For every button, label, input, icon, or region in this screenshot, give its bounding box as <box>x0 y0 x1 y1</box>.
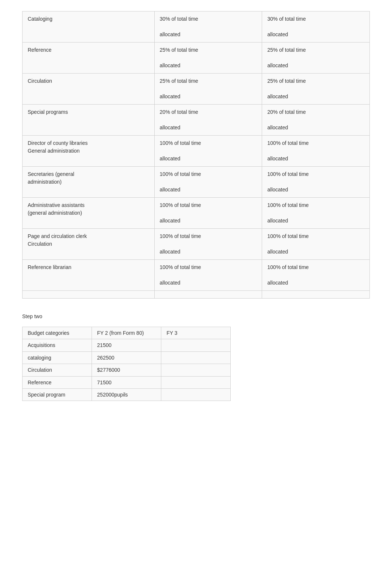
budget-cell: $2776000 <box>92 364 161 376</box>
table-cell: 25% of total timeallocated <box>154 42 262 74</box>
table-cell: 100% of total timeallocated <box>262 229 370 260</box>
budget-header-cell: FY 2 (from Form 80) <box>92 327 161 339</box>
table-cell: 30% of total timeallocated <box>154 11 262 42</box>
table-cell: Cataloging <box>23 11 155 42</box>
budget-table: Budget categoriesFY 2 (from Form 80)FY 3… <box>22 327 231 401</box>
table-cell <box>23 291 155 299</box>
table-cell: Reference librarian <box>23 260 155 291</box>
table-cell <box>154 291 262 299</box>
table-cell: 25% of total timeallocated <box>262 42 370 74</box>
table-cell: 20% of total timeallocated <box>262 105 370 136</box>
table-cell: 100% of total timeallocated <box>154 229 262 260</box>
table-cell: 100% of total timeallocated <box>154 136 262 167</box>
step-two-label: Step two <box>22 313 370 319</box>
table-cell: Special programs <box>23 105 155 136</box>
table-cell: 100% of total timeallocated <box>262 260 370 291</box>
budget-cell <box>161 351 231 364</box>
table-cell: 100% of total timeallocated <box>262 136 370 167</box>
table-cell <box>262 291 370 299</box>
table-cell: Administrative assistants(general admini… <box>23 198 155 229</box>
table-cell: 25% of total timeallocated <box>154 74 262 105</box>
table-cell: 100% of total timeallocated <box>154 198 262 229</box>
budget-cell <box>161 376 231 388</box>
budget-cell: 252000pupils <box>92 388 161 401</box>
budget-cell: 262500 <box>92 351 161 364</box>
table-cell: 25% of total timeallocated <box>262 74 370 105</box>
budget-cell <box>161 364 231 376</box>
table-cell: 100% of total timeallocated <box>154 260 262 291</box>
table-cell: 100% of total timeallocated <box>262 198 370 229</box>
budget-header-cell: Budget categories <box>23 327 92 339</box>
table-cell: 100% of total timeallocated <box>154 167 262 198</box>
table-cell: Secretaries (generaladministration) <box>23 167 155 198</box>
budget-cell: Special program <box>23 388 92 401</box>
budget-cell: 71500 <box>92 376 161 388</box>
table-cell: Page and circulation clerkCirculation <box>23 229 155 260</box>
table-cell: 20% of total timeallocated <box>154 105 262 136</box>
table-cell: Director of county librariesGeneral admi… <box>23 136 155 167</box>
main-table: Cataloging30% of total timeallocated30% … <box>22 11 370 299</box>
budget-cell: Acquisitions <box>23 339 92 351</box>
table-cell: 30% of total timeallocated <box>262 11 370 42</box>
budget-cell: Circulation <box>23 364 92 376</box>
budget-cell: Reference <box>23 376 92 388</box>
table-cell: Reference <box>23 42 155 74</box>
budget-cell: cataloging <box>23 351 92 364</box>
table-cell: 100% of total timeallocated <box>262 167 370 198</box>
budget-header-cell: FY 3 <box>161 327 231 339</box>
budget-cell <box>161 388 231 401</box>
table-cell: Circulation <box>23 74 155 105</box>
budget-cell: 21500 <box>92 339 161 351</box>
budget-cell <box>161 339 231 351</box>
